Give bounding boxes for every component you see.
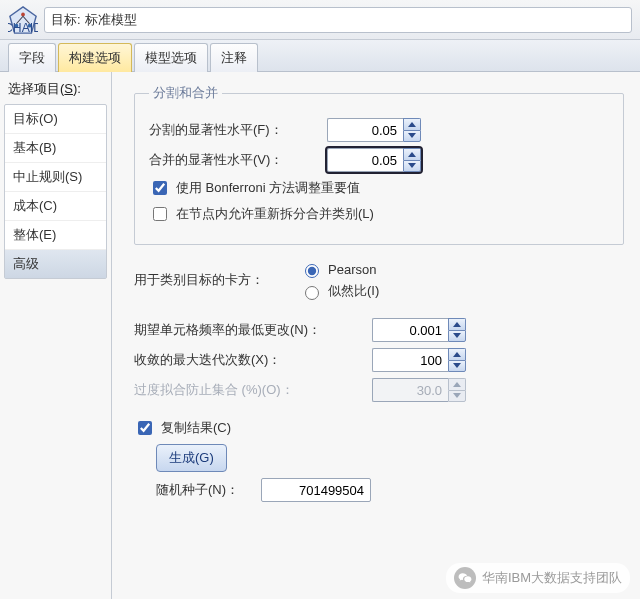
merge-sig-up-icon[interactable]	[403, 148, 421, 160]
generate-button[interactable]: 生成(G)	[156, 444, 227, 472]
maxiter-label: 收敛的最大迭代次数(X)：	[134, 351, 366, 369]
svg-marker-6	[408, 133, 416, 138]
seed-input[interactable]	[261, 478, 371, 502]
section-stopping[interactable]: 中止规则(S)	[5, 163, 106, 192]
watermark: 华南IBM大数据支持团队	[446, 563, 630, 593]
tab-fields[interactable]: 字段	[8, 43, 56, 72]
section-advanced[interactable]: 高级	[5, 250, 106, 278]
svg-marker-11	[453, 352, 461, 357]
svg-marker-12	[453, 363, 461, 368]
svg-marker-8	[408, 163, 416, 168]
svg-point-1	[21, 12, 25, 16]
title-prefix: 目标:	[51, 11, 81, 29]
svg-marker-9	[453, 322, 461, 327]
merge-sig-down-icon[interactable]	[403, 160, 421, 173]
minchg-label: 期望单元格频率的最低更改(N)：	[134, 321, 366, 339]
split-sig-spinner[interactable]	[327, 118, 421, 142]
tab-build-options[interactable]: 构建选项	[58, 43, 132, 72]
overfit-input	[372, 378, 448, 402]
chaid-logo: CHAID	[8, 5, 38, 35]
likelihood-label: 似然比(I)	[328, 282, 379, 300]
pearson-label: Pearson	[328, 262, 376, 277]
split-merge-group: 分割和合并 分割的显著性水平(F)： 合并的显著性水平(V)：	[134, 84, 624, 245]
split-sig-label: 分割的显著性水平(F)：	[149, 121, 321, 139]
tab-model-options[interactable]: 模型选项	[134, 43, 208, 72]
split-sig-input[interactable]	[327, 118, 403, 142]
section-ensemble[interactable]: 整体(E)	[5, 221, 106, 250]
merge-sig-spinner[interactable]	[327, 148, 421, 172]
seed-label: 随机种子(N)：	[156, 481, 239, 499]
title-value: 标准模型	[85, 11, 137, 29]
svg-marker-7	[408, 152, 416, 157]
section-target[interactable]: 目标(O)	[5, 105, 106, 134]
content-panel: 分割和合并 分割的显著性水平(F)： 合并的显著性水平(V)：	[112, 72, 640, 599]
maxiter-spinner[interactable]	[372, 348, 466, 372]
tab-bar: 字段 构建选项 模型选项 注释	[0, 40, 640, 72]
svg-marker-5	[408, 122, 416, 127]
split-sig-up-icon[interactable]	[403, 118, 421, 130]
left-panel: 选择项目(S): 目标(O) 基本(B) 中止规则(S) 成本(C) 整体(E)…	[0, 72, 112, 599]
watermark-text: 华南IBM大数据支持团队	[482, 569, 622, 587]
merge-sig-label: 合并的显著性水平(V)：	[149, 151, 321, 169]
wechat-icon	[454, 567, 476, 589]
select-item-label: 选择项目(S):	[4, 78, 107, 104]
bonferroni-checkbox[interactable]	[153, 181, 167, 195]
replicate-label: 复制结果(C)	[161, 419, 231, 437]
svg-marker-10	[453, 333, 461, 338]
merge-sig-input[interactable]	[327, 148, 403, 172]
maxiter-down-icon[interactable]	[448, 360, 466, 373]
maxiter-input[interactable]	[372, 348, 448, 372]
section-list: 目标(O) 基本(B) 中止规则(S) 成本(C) 整体(E) 高级	[4, 104, 107, 279]
section-basic[interactable]: 基本(B)	[5, 134, 106, 163]
replicate-checkbox[interactable]	[138, 421, 152, 435]
likelihood-radio[interactable]	[305, 286, 319, 300]
svg-text:CHAID: CHAID	[8, 21, 38, 35]
tab-notes[interactable]: 注释	[210, 43, 258, 72]
minchg-spinner[interactable]	[372, 318, 466, 342]
target-title-box: 目标: 标准模型	[44, 7, 632, 33]
overfit-down-icon	[448, 390, 466, 403]
maxiter-up-icon[interactable]	[448, 348, 466, 360]
section-cost[interactable]: 成本(C)	[5, 192, 106, 221]
resplit-label: 在节点内允许重新拆分合并类别(L)	[176, 205, 374, 223]
overfit-spinner	[372, 378, 466, 402]
resplit-checkbox[interactable]	[153, 207, 167, 221]
bonferroni-label: 使用 Bonferroni 方法调整重要值	[176, 179, 360, 197]
overfit-label: 过度拟合防止集合 (%)(O)：	[134, 381, 366, 399]
svg-marker-14	[453, 393, 461, 398]
minchg-down-icon[interactable]	[448, 330, 466, 343]
minchg-up-icon[interactable]	[448, 318, 466, 330]
overfit-up-icon	[448, 378, 466, 390]
svg-marker-13	[453, 382, 461, 387]
split-merge-legend: 分割和合并	[149, 84, 222, 102]
split-sig-down-icon[interactable]	[403, 130, 421, 143]
pearson-radio[interactable]	[305, 264, 319, 278]
title-bar: CHAID 目标: 标准模型	[0, 0, 640, 40]
chisq-label: 用于类别目标的卡方：	[134, 261, 294, 289]
minchg-input[interactable]	[372, 318, 448, 342]
